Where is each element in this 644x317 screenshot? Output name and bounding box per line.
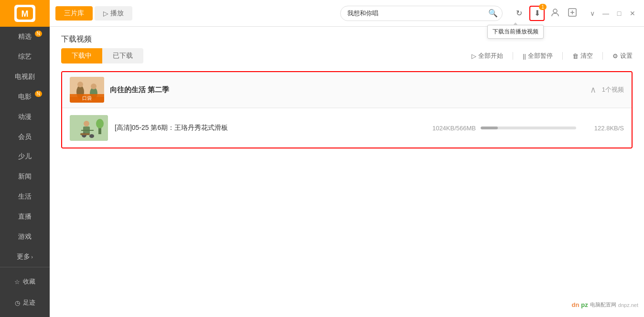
sidebar-item-game[interactable]: 游戏	[0, 227, 50, 247]
sidebar-item-live[interactable]: 直播	[0, 207, 50, 227]
sidebar-item-more[interactable]: 更多 ›	[0, 247, 50, 267]
group-collapse-button[interactable]: ∧	[590, 85, 596, 95]
group-thumbnail: 口袋	[70, 77, 104, 103]
user-icon	[551, 8, 559, 19]
sidebar-item-label: 动漫	[18, 113, 32, 121]
sidebar-nav: 精选 N 综艺 电视剧 电影 N 动漫 会员 少儿 新闻 生活 直播	[0, 27, 50, 267]
sidebar-item-label: 少儿	[18, 152, 32, 161]
download-tooltip: 下载当前播放视频	[487, 25, 544, 39]
group-thumb-label: 口袋	[70, 94, 104, 103]
sidebar-item-label: 综艺	[18, 53, 32, 61]
nav-badge-movie: N	[35, 91, 42, 97]
tab-play[interactable]: ▷ 播放	[95, 6, 132, 21]
pause-all-icon: ||	[523, 53, 526, 60]
play-all-icon: ▷	[472, 53, 476, 60]
page-title: 下载视频	[50, 27, 644, 48]
video-title: [高清]05-25 第6期：王珞丹秀花式滑板	[115, 124, 248, 132]
sidebar: M 精选 N 综艺 电视剧 电影 N 动漫 会员 少儿 新闻	[0, 0, 50, 317]
video-progress-info: 1024KB/566MB 122.8KB/S	[432, 125, 624, 132]
chevron-down-icon: ∨	[590, 10, 595, 17]
download-icon: ⬇	[534, 9, 540, 18]
chevron-right-icon: ›	[31, 254, 33, 260]
maximize-button[interactable]: □	[613, 8, 625, 19]
search-icon[interactable]: 🔍	[488, 9, 498, 18]
header: 三片库 ▷ 播放 🔍 ↻ ⬇ 1 下载当前播放视频	[50, 0, 644, 27]
search-bar: 🔍	[340, 6, 503, 21]
sidebar-item-life[interactable]: 生活	[0, 187, 50, 207]
toolbar-divider-3	[602, 52, 603, 60]
star-icon: ☆	[14, 278, 20, 285]
group-header: 口袋 向往的生活 第二季 ∧ 1个视频	[62, 72, 632, 108]
header-tabs: 三片库 ▷ 播放	[55, 6, 132, 21]
window-controls: ∨ — □ ✕	[587, 8, 638, 19]
refresh-button[interactable]: ↻	[512, 7, 526, 20]
header-actions: ↻ ⬇ 1 下载当前播放视频	[512, 6, 579, 21]
trash-icon: 🗑	[572, 53, 579, 60]
sidebar-item-label: 会员	[18, 133, 32, 141]
toolbar-divider-2	[562, 52, 563, 60]
chevron-down-button[interactable]: ∨	[587, 8, 598, 19]
download-button-wrapper: ⬇ 1 下载当前播放视频	[529, 6, 545, 21]
clear-button[interactable]: 🗑 清空	[572, 52, 593, 60]
history-label: 足迹	[23, 298, 35, 307]
group-title: 向往的生活 第二季	[110, 85, 584, 95]
sidebar-item-tv[interactable]: 电视剧	[0, 67, 50, 87]
sidebar-item-label: 电影	[18, 93, 32, 101]
progress-bar-fill	[481, 127, 498, 129]
chevron-up-icon: ∧	[590, 85, 596, 95]
sidebar-item-variety[interactable]: 综艺	[0, 47, 50, 67]
sidebar-item-label: 直播	[18, 212, 32, 221]
tab-downloading[interactable]: 下载中	[61, 48, 102, 63]
sidebar-item-label: 精选	[18, 32, 32, 41]
share-button[interactable]	[566, 7, 579, 20]
sidebar-favorites[interactable]: ☆ 收藏	[0, 271, 50, 292]
sidebar-item-anime[interactable]: 动漫	[0, 107, 50, 127]
sidebar-item-movie[interactable]: 电影 N	[0, 87, 50, 107]
search-input[interactable]	[340, 6, 503, 21]
download-toolbar: ▷ 全部开始 || 全部暂停 🗑 清空 ⚙ 设置	[472, 52, 633, 60]
start-all-button[interactable]: ▷ 全部开始	[472, 52, 503, 60]
close-button[interactable]: ✕	[627, 8, 638, 19]
share-icon	[568, 8, 577, 19]
sidebar-item-kids[interactable]: 少儿	[0, 147, 50, 167]
history-icon: ◷	[15, 299, 20, 306]
settings-button[interactable]: ⚙ 设置	[612, 52, 633, 60]
start-all-label: 全部开始	[478, 52, 503, 60]
progress-size: 1024KB/566MB	[432, 125, 476, 132]
settings-label: 设置	[620, 52, 633, 60]
maximize-icon: □	[617, 10, 621, 17]
sidebar-item-news[interactable]: 新闻	[0, 167, 50, 187]
tab-downloaded[interactable]: 已下载	[102, 48, 143, 63]
close-icon: ✕	[630, 10, 635, 17]
svg-point-20	[96, 119, 104, 128]
toolbar-divider-1	[513, 52, 513, 60]
sidebar-history[interactable]: ◷ 足迹	[0, 292, 50, 313]
app-logo: M	[14, 5, 35, 22]
sidebar-bottom: ☆ 收藏 ◷ 足迹	[0, 267, 50, 317]
pause-all-button[interactable]: || 全部暂停	[523, 52, 553, 60]
download-tabs: 下载中 已下载 ▷ 全部开始 || 全部暂停 🗑 清空	[50, 48, 644, 71]
nav-badge-featured: N	[35, 31, 42, 37]
sidebar-item-label: 生活	[18, 192, 32, 201]
tab-library[interactable]: 三片库	[55, 6, 93, 21]
gear-icon: ⚙	[612, 53, 618, 60]
minimize-button[interactable]: —	[600, 8, 612, 19]
svg-rect-17	[80, 133, 90, 135]
progress-bar	[481, 127, 576, 129]
svg-point-2	[553, 9, 557, 13]
sidebar-logo: M	[0, 0, 50, 27]
svg-point-8	[77, 82, 83, 87]
user-button[interactable]	[548, 7, 562, 20]
clear-label: 清空	[580, 52, 593, 60]
refresh-icon: ↻	[516, 9, 522, 18]
svg-point-18	[89, 134, 94, 138]
svg-point-10	[91, 84, 97, 89]
progress-speed: 122.8KB/S	[581, 125, 624, 132]
video-thumbnail	[70, 115, 108, 141]
sidebar-item-label: 更多	[17, 253, 30, 261]
sidebar-item-featured[interactable]: 精选 N	[0, 27, 50, 47]
svg-text:M: M	[21, 9, 29, 19]
group-video-count: 1个视频	[602, 85, 624, 94]
sidebar-item-label: 电视剧	[15, 73, 35, 81]
sidebar-item-member[interactable]: 会员	[0, 127, 50, 147]
